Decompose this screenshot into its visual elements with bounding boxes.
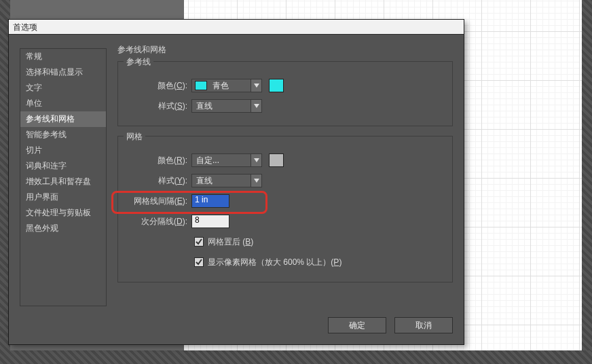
guides-color-well[interactable] [269, 79, 284, 92]
pixel-grid-checkbox[interactable] [194, 257, 204, 267]
grid-color-label: 颜色(R): [126, 155, 191, 166]
dialog-title: 首选项 [9, 20, 464, 35]
sidebar-item-1[interactable]: 选择和锚点显示 [20, 65, 106, 80]
guides-color-dropdown[interactable]: 青色 [191, 79, 262, 92]
category-sidebar: 常规选择和锚点显示文字单位参考线和网格智能参考线切片词典和连字增效工具和暂存盘用… [20, 48, 107, 306]
guides-style-value: 直线 [192, 101, 251, 112]
frame-bottom [0, 350, 592, 364]
grid-behind-checkbox[interactable] [194, 237, 204, 247]
sidebar-item-4[interactable]: 参考线和网格 [20, 111, 106, 127]
grid-behind-label: 网格置后 (B) [208, 236, 253, 248]
grid-spacing-input[interactable]: 1 in [191, 194, 229, 208]
color-swatch-icon [195, 81, 207, 90]
sidebar-item-9[interactable]: 用户界面 [20, 189, 106, 205]
sidebar-item-3[interactable]: 单位 [20, 96, 106, 111]
sidebar-item-5[interactable]: 智能参考线 [20, 127, 106, 143]
sidebar-item-2[interactable]: 文字 [20, 80, 106, 96]
dropdown-arrow-icon [251, 79, 261, 92]
group-guides-legend: 参考线 [124, 56, 153, 68]
frame-right [582, 0, 592, 364]
guides-color-label: 颜色(C): [126, 80, 191, 92]
ok-button-label: 确定 [349, 320, 365, 331]
guides-style-dropdown[interactable]: 直线 [191, 99, 262, 113]
group-grid-legend: 网格 [124, 131, 145, 143]
sidebar-item-11[interactable]: 黑色外观 [20, 221, 106, 236]
dropdown-arrow-icon [251, 175, 261, 187]
sidebar-item-7[interactable]: 词典和连字 [20, 158, 106, 174]
cancel-button-label: 取消 [415, 320, 432, 331]
guides-color-value: 青色 [210, 80, 251, 92]
pixel-grid-label: 显示像素网格（放大 600% 以上）(P) [208, 257, 341, 268]
grid-color-well[interactable] [269, 153, 284, 167]
dialog-footer: 确定 取消 [328, 317, 453, 333]
guides-style-label: 样式(S): [126, 101, 191, 112]
dropdown-arrow-icon [251, 154, 261, 166]
grid-subdiv-input[interactable]: 8 [191, 215, 229, 228]
cancel-button[interactable]: 取消 [394, 317, 453, 333]
group-guides: 参考线 颜色(C): 青色 样 [117, 61, 453, 126]
sidebar-item-8[interactable]: 增效工具和暂存盘 [20, 174, 106, 189]
grid-color-dropdown[interactable]: 自定... [191, 153, 262, 167]
preferences-dialog: 首选项 常规选择和锚点显示文字单位参考线和网格智能参考线切片词典和连字增效工具和… [8, 19, 464, 345]
panel-title: 参考线和网格 [117, 44, 453, 56]
sidebar-item-0[interactable]: 常规 [20, 49, 106, 65]
ok-button[interactable]: 确定 [328, 317, 386, 333]
sidebar-item-6[interactable]: 切片 [20, 143, 106, 158]
grid-color-value: 自定... [192, 155, 251, 166]
settings-panel: 参考线和网格 参考线 颜色(C): 青色 [117, 44, 453, 306]
grid-style-dropdown[interactable]: 直线 [191, 174, 262, 187]
dropdown-arrow-icon [251, 100, 261, 112]
grid-style-value: 直线 [192, 175, 251, 187]
dialog-title-text: 首选项 [13, 22, 37, 32]
sidebar-item-10[interactable]: 文件处理与剪贴板 [20, 205, 106, 221]
grid-subdiv-label: 次分隔线(D): [126, 216, 191, 228]
grid-style-label: 样式(Y): [126, 175, 191, 187]
group-grid: 网格 颜色(R): 自定... 样式(Y): [117, 136, 453, 283]
grid-spacing-label: 网格线间隔(E): [126, 196, 191, 207]
